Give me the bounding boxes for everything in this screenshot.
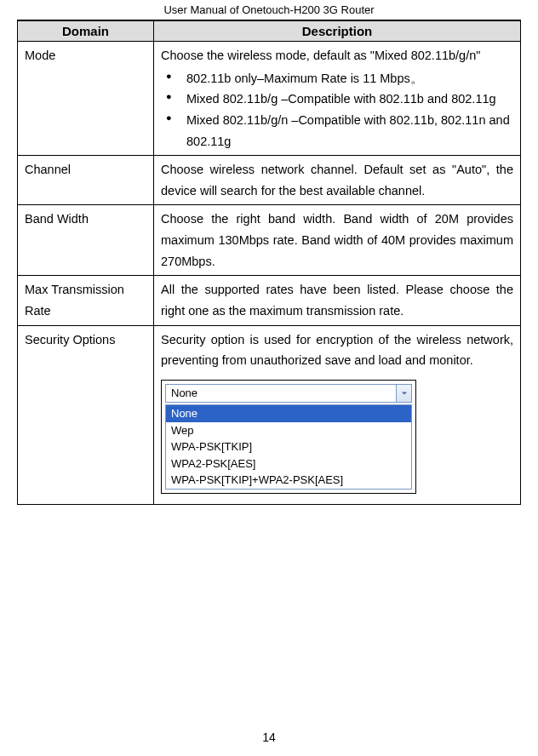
page-number: 14 bbox=[0, 730, 538, 744]
cell-description-maxrate: All the supported rates have been listed… bbox=[154, 276, 521, 325]
mode-intro-text: Choose the wireless mode, default as "Mi… bbox=[161, 45, 513, 66]
security-option-wep[interactable]: Wep bbox=[166, 422, 411, 439]
cell-domain-maxrate: Max Transmission Rate bbox=[18, 276, 154, 325]
col-header-domain: Domain bbox=[18, 21, 154, 42]
list-item: 802.11b only–Maximum Rate is 11 Mbps。 bbox=[166, 68, 513, 89]
table-row: Channel Choose wireless network channel.… bbox=[18, 156, 521, 205]
table-row: Max Transmission Rate All the supported … bbox=[18, 276, 521, 325]
security-option-wpa2-psk-aes[interactable]: WPA2-PSK[AES] bbox=[166, 455, 411, 472]
security-select-closed[interactable]: None bbox=[165, 384, 412, 403]
security-text: Security option is used for encryption o… bbox=[161, 329, 513, 371]
cell-description-bandwidth: Choose the right band width. Band width … bbox=[154, 205, 521, 276]
cell-description-channel: Choose wireless network channel. Default… bbox=[154, 156, 521, 205]
list-item: Mixed 802.11b/g/n –Compatible with 802.1… bbox=[166, 110, 513, 152]
security-select-value: None bbox=[166, 384, 396, 403]
settings-description-table: Domain Description Mode Choose the wirel… bbox=[17, 20, 521, 505]
security-option-wpa-psk-tkip[interactable]: WPA-PSK[TKIP] bbox=[166, 438, 411, 455]
cell-domain-mode: Mode bbox=[18, 42, 154, 156]
cell-description-security: Security option is used for encryption o… bbox=[154, 325, 521, 504]
security-option-wpa-combo[interactable]: WPA-PSK[TKIP]+WPA2-PSK[AES] bbox=[166, 472, 411, 489]
cell-description-mode: Choose the wireless mode, default as "Mi… bbox=[154, 42, 521, 156]
col-header-description: Description bbox=[154, 21, 521, 42]
table-row: Band Width Choose the right band width. … bbox=[18, 205, 521, 276]
security-option-none[interactable]: None bbox=[166, 405, 411, 422]
table-row: Security Options Security option is used… bbox=[18, 325, 521, 504]
mode-bullet-list: 802.11b only–Maximum Rate is 11 Mbps。 Mi… bbox=[161, 68, 513, 152]
security-select-open[interactable]: None Wep WPA-PSK[TKIP] WPA2-PSK[AES] WPA… bbox=[165, 404, 412, 490]
cell-domain-security: Security Options bbox=[18, 325, 154, 504]
chevron-down-icon[interactable] bbox=[396, 385, 411, 402]
list-item: Mixed 802.11b/g –Compatible with 802.11b… bbox=[166, 89, 513, 110]
cell-domain-channel: Channel bbox=[18, 156, 154, 205]
page-header-title: User Manual of Onetouch-H200 3G Router bbox=[17, 0, 521, 20]
table-row: Mode Choose the wireless mode, default a… bbox=[18, 42, 521, 156]
security-dropdown-figure: None None Wep WPA-PSK[TKIP] WPA2-PSK[AES… bbox=[161, 380, 416, 494]
cell-domain-bandwidth: Band Width bbox=[18, 205, 154, 276]
